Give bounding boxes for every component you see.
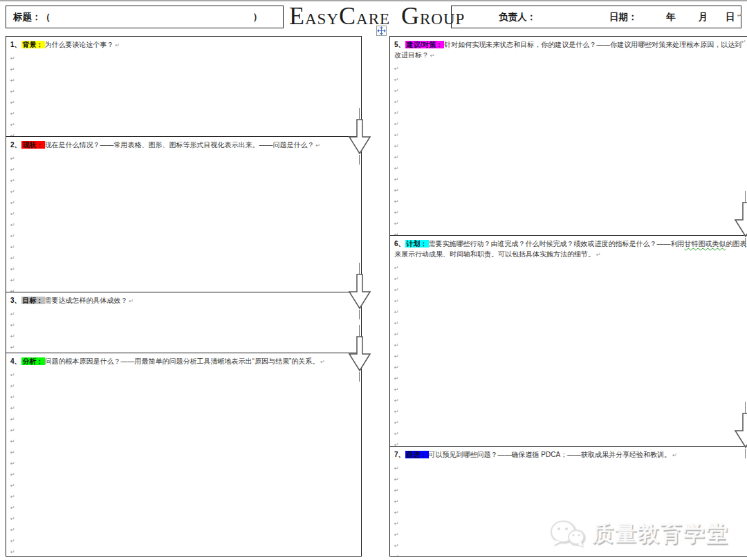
empty-line[interactable]: ↵ [390,404,747,415]
empty-line[interactable]: ↵ [6,422,361,433]
empty-line[interactable]: ↵ [6,62,361,73]
paragraph-return-mark: ↵ [10,394,15,400]
empty-line[interactable]: ↵ [390,282,747,293]
empty-line[interactable]: ↵ [390,260,747,271]
paragraph-return-mark: ↵ [394,309,399,315]
paragraph-return-mark: ↵ [394,543,399,549]
empty-line[interactable]: ↵ [390,549,747,556]
flow-arrow-down-icon [347,274,372,310]
empty-line[interactable]: ↵ [6,533,361,544]
empty-line[interactable]: ↵ [390,293,747,304]
empty-line[interactable]: ↵ [390,72,747,83]
owner-date-field-box[interactable]: 负责人： 日期： 年 月 日 ↵ [451,6,741,28]
empty-line[interactable]: ↵ [390,315,747,326]
empty-line[interactable]: ↵ [6,228,361,239]
empty-line[interactable]: ↵ [6,489,361,500]
empty-line[interactable]: ↵ [390,360,747,371]
empty-line[interactable]: ↵ [6,411,361,422]
empty-line[interactable]: ↵ [6,328,361,339]
empty-line[interactable]: ↵ [6,73,361,84]
empty-line[interactable]: ↵ [6,522,361,533]
empty-line[interactable]: ↵ [6,272,361,283]
empty-line[interactable]: ↵ [390,472,747,483]
empty-line[interactable]: ↵ [390,83,747,94]
empty-line[interactable]: ↵ [6,400,361,411]
section-goal[interactable]: 3、目标：需要达成怎样的具体成效？↵↵↵↵↵ [6,292,361,353]
empty-line[interactable]: ↵ [390,183,747,194]
empty-line[interactable]: ↵ [390,371,747,382]
empty-line[interactable]: ↵ [6,84,361,95]
empty-line[interactable]: ↵ [6,184,361,195]
empty-line[interactable]: ↵ [6,544,361,555]
empty-line[interactable]: ↵ [390,138,747,149]
empty-line[interactable]: ↵ [390,348,747,360]
empty-line[interactable]: ↵ [6,250,361,261]
section-question-text: 需要实施哪些行动？由谁完成？什么时候完成？绩效或进度的指标是什么？——利用 [429,240,685,248]
empty-line[interactable]: ↵ [390,483,747,494]
empty-line[interactable]: ↵ [6,389,361,400]
empty-line[interactable]: ↵ [390,271,747,282]
empty-line[interactable]: ↵ [6,50,361,62]
empty-line[interactable]: ↵ [6,378,361,389]
empty-line[interactable]: ↵ [390,393,747,404]
empty-line[interactable]: ↵ [390,505,747,516]
empty-line[interactable]: ↵ [6,306,361,317]
section-plan[interactable]: 6、计划：需要实施哪些行动？由谁完成？什么时候完成？绩效或进度的指标是什么？——… [390,236,747,447]
section-proposal[interactable]: 5、建议/对策：针对如何实现未来状态和目标，你的建议是什么？——你建议用哪些对策… [390,37,747,236]
empty-line[interactable]: ↵ [6,433,361,445]
table-move-handle-icon[interactable] [376,26,387,36]
paragraph-return-mark: ↵ [394,143,399,149]
paragraph-return-mark: ↵ [394,398,399,404]
empty-line[interactable]: ↵ [6,239,361,250]
empty-line[interactable]: ↵ [6,478,361,489]
empty-line[interactable]: ↵ [390,460,747,472]
empty-line[interactable]: ↵ [6,283,361,292]
empty-line[interactable]: ↵ [390,160,747,171]
empty-line[interactable]: ↵ [390,382,747,393]
empty-line[interactable]: ↵ [6,511,361,522]
empty-line[interactable]: ↵ [6,500,361,511]
section-analysis[interactable]: 4、分析：问题的根本原因是什么？——用最简单的问题分析工具清晰地表示出“原因与结… [6,353,361,556]
empty-line[interactable]: ↵ [390,415,747,426]
empty-line[interactable]: ↵ [6,217,361,228]
empty-line[interactable]: ↵ [6,467,361,478]
empty-line[interactable]: ↵ [6,339,361,351]
empty-line[interactable]: ↵ [6,151,361,162]
empty-line[interactable]: ↵ [6,367,361,378]
empty-line[interactable]: ↵ [6,162,361,173]
empty-line[interactable]: ↵ [6,456,361,467]
empty-line[interactable]: ↵ [390,61,747,72]
empty-line[interactable]: ↵ [390,227,747,236]
empty-line[interactable]: ↵ [390,94,747,105]
empty-line[interactable]: ↵ [6,206,361,217]
section-current-state[interactable]: 2、现状：现在是什么情况？——常用表格、图形、图标等形式目视化表示出来。——问题… [6,137,361,292]
empty-line[interactable]: ↵ [6,261,361,272]
empty-line[interactable]: ↵ [6,117,361,128]
section-background[interactable]: 1、背景：为什么要谈论这个事？↵↵↵↵↵↵↵↵↵ [6,37,361,137]
empty-line[interactable]: ↵ [390,426,747,437]
empty-line[interactable]: ↵ [390,326,747,337]
empty-line[interactable]: ↵ [6,106,361,117]
paragraph-return-mark: ↵ [116,42,120,48]
empty-line[interactable]: ↵ [390,105,747,116]
empty-line[interactable]: ↵ [6,195,361,206]
empty-line[interactable]: ↵ [390,205,747,216]
paragraph-return-mark: ↵ [10,538,15,544]
title-field-box[interactable]: 标题：（ ） [6,6,284,28]
empty-line[interactable]: ↵ [6,95,361,106]
empty-line[interactable]: ↵ [6,445,361,456]
section-label: 现状： [21,141,45,149]
empty-line[interactable]: ↵ [390,116,747,127]
empty-line[interactable]: ↵ [6,317,361,328]
empty-line[interactable]: ↵ [390,171,747,183]
empty-line[interactable]: ↵ [6,173,361,184]
empty-line[interactable]: ↵ [6,128,361,137]
empty-line[interactable]: ↵ [390,494,747,505]
empty-line[interactable]: ↵ [390,127,747,138]
empty-line[interactable]: ↵ [390,437,747,447]
empty-line[interactable]: ↵ [390,337,747,348]
empty-line[interactable]: ↵ [390,216,747,227]
empty-line[interactable]: ↵ [390,149,747,160]
empty-line[interactable]: ↵ [390,304,747,315]
empty-line[interactable]: ↵ [390,194,747,205]
